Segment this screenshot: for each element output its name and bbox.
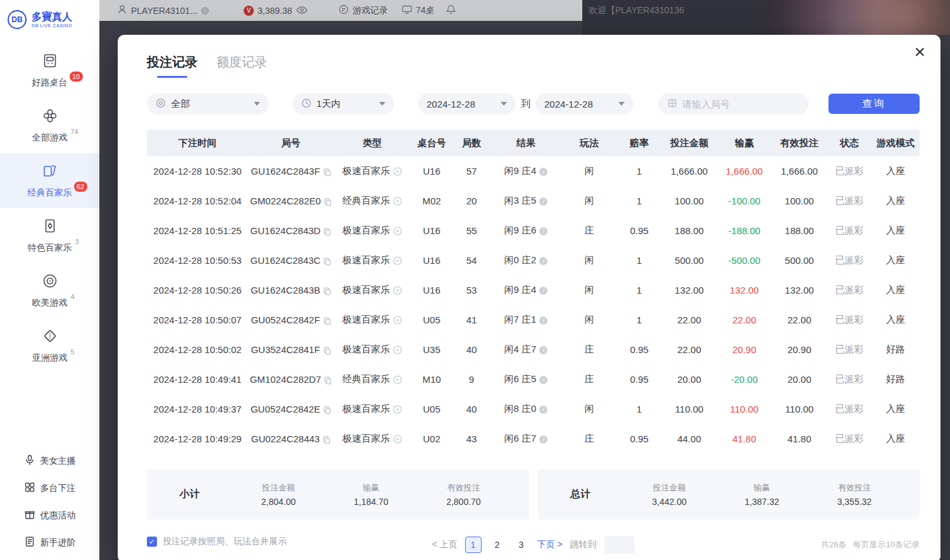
play-icon[interactable]: [393, 345, 402, 354]
play-icon[interactable]: [393, 286, 402, 295]
play-icon[interactable]: [393, 375, 402, 384]
table-row[interactable]: 2024-12-28 10:49:37 GU0524C2842E 极速百家乐 U…: [147, 394, 920, 424]
copy-icon[interactable]: [323, 258, 331, 266]
play-icon[interactable]: [393, 167, 402, 176]
play-icon[interactable]: [393, 316, 402, 325]
cell-round-no: 40: [453, 394, 491, 424]
close-icon[interactable]: ×: [914, 42, 925, 61]
date-range-to-label: 到: [521, 98, 530, 110]
cell-game-type: 极速百家乐: [334, 156, 411, 186]
play-icon[interactable]: [393, 405, 402, 414]
info-icon[interactable]: [539, 435, 547, 444]
info-icon[interactable]: [539, 168, 547, 176]
date-from-picker[interactable]: 2024-12-28: [418, 93, 516, 115]
copy-icon[interactable]: [324, 376, 332, 385]
prev-page-button[interactable]: < 上页: [432, 539, 457, 551]
cell-mode: 入座: [872, 424, 920, 454]
copy-icon[interactable]: [323, 287, 331, 296]
cell-status: 已派彩: [827, 186, 872, 216]
jump-page-input[interactable]: [604, 536, 635, 554]
cell-play: 庄: [561, 364, 617, 394]
cell-amount: 188.00: [661, 216, 717, 246]
cell-play: 庄: [561, 424, 617, 454]
merge-checkbox[interactable]: [147, 537, 157, 547]
info-icon[interactable]: [539, 287, 547, 295]
cell-table-no: M02: [411, 186, 453, 216]
info-icon[interactable]: [539, 406, 547, 414]
sidebar-item-asian-games[interactable]: 亚洲游戏5: [0, 318, 99, 373]
col-win: 输赢: [717, 130, 772, 156]
tab-bet-records[interactable]: 投注记录: [147, 54, 197, 78]
info-icon[interactable]: [539, 257, 547, 265]
sidebar-item-multi-table[interactable]: 多台下注: [0, 475, 99, 502]
page-button-1[interactable]: 1: [465, 537, 482, 553]
sidebar-item-live-hosts[interactable]: 美女主播: [0, 447, 99, 475]
info-icon[interactable]: [539, 316, 547, 325]
cell-valid: 100.00: [772, 186, 827, 216]
type-filter-dropdown[interactable]: 全部: [147, 93, 269, 115]
table-row[interactable]: 2024-12-28 10:52:04 GM0224C282E0 经典百家乐 M…: [147, 186, 920, 216]
copy-icon[interactable]: [323, 228, 331, 236]
sidebar-item-classic-baccarat[interactable]: 经典百家乐62: [0, 153, 99, 208]
page-button-2[interactable]: 2: [489, 537, 506, 553]
table-row[interactable]: 2024-12-28 10:50:02 GU3524C2841F 极速百家乐 U…: [147, 335, 920, 364]
copy-icon[interactable]: [323, 436, 330, 444]
sidebar-item-promotions[interactable]: 优惠活动: [0, 502, 99, 529]
round-search-input[interactable]: [682, 99, 800, 109]
cell-result: 闲3 庄5: [491, 186, 561, 216]
cell-status: 已派彩: [827, 216, 872, 246]
cell-result: 闲9 庄4: [491, 156, 561, 186]
item-count: 74: [71, 128, 78, 135]
copy-icon[interactable]: [323, 168, 331, 177]
page-button-3[interactable]: 3: [513, 537, 530, 553]
sidebar-item-label: 新手进阶: [41, 537, 76, 549]
copy-icon[interactable]: [323, 406, 331, 414]
cell-result: 闲9 庄4: [491, 275, 561, 305]
microphone-icon: [24, 454, 35, 468]
sidebar-item-beginner-guide[interactable]: 新手进阶: [0, 529, 99, 556]
query-button[interactable]: 查询: [828, 94, 920, 114]
info-icon[interactable]: [539, 227, 547, 235]
cell-bet-time: 2024-12-28 10:52:04: [147, 186, 248, 216]
cell-amount: 100.00: [661, 186, 717, 216]
cell-valid: 20.90: [772, 335, 827, 364]
cell-win: 132.00: [717, 275, 772, 305]
logo-circle-icon: DB: [8, 10, 27, 29]
cell-play: 闲: [561, 275, 617, 305]
table-row[interactable]: 2024-12-28 10:50:53 GU1624C2843C 极速百家乐 U…: [147, 246, 920, 275]
copy-icon[interactable]: [324, 198, 332, 206]
subtotal-win: 输赢 1,184.70: [354, 482, 389, 507]
table-row[interactable]: 2024-12-28 10:50:07 GU0524C2842F 极速百家乐 U…: [147, 305, 920, 335]
play-icon[interactable]: [393, 197, 402, 206]
sidebar-item-good-road-tables[interactable]: 好路桌台10: [0, 43, 99, 98]
info-icon[interactable]: [539, 376, 547, 384]
cell-result: 闲6 庄5: [491, 364, 561, 394]
sidebar-item-western-games[interactable]: 欧美游戏4: [0, 263, 99, 318]
table-row[interactable]: 2024-12-28 10:49:29 GU0224C28443 极速百家乐 U…: [147, 424, 920, 454]
next-page-button[interactable]: 下页 >: [537, 539, 563, 551]
brand-logo[interactable]: DB 多寶真人 DB LIVE CASINO: [0, 0, 99, 35]
table-row[interactable]: 2024-12-28 10:50:26 GU1624C2843B 极速百家乐 U…: [147, 275, 920, 305]
item-count: 4: [71, 293, 75, 301]
tab-credit-records[interactable]: 额度记录: [216, 54, 267, 78]
cell-round-id: GU0524C2842F: [248, 305, 334, 335]
per-page-label: 每页显示10条记录: [853, 539, 920, 551]
sidebar-item-all-games[interactable]: 全部游戏74: [0, 98, 99, 153]
info-icon[interactable]: [539, 197, 547, 206]
info-icon[interactable]: [539, 346, 547, 354]
cell-round-no: 41: [453, 305, 491, 335]
time-filter-dropdown[interactable]: 1天内: [292, 93, 394, 115]
table-row[interactable]: 2024-12-28 10:49:41 GM1024C282D7 经典百家乐 M…: [147, 364, 920, 394]
copy-icon[interactable]: [323, 317, 331, 325]
cell-round-no: 43: [453, 424, 491, 454]
copy-icon[interactable]: [323, 347, 331, 355]
play-icon[interactable]: [393, 256, 402, 265]
play-icon[interactable]: [393, 435, 402, 444]
table-row[interactable]: 2024-12-28 10:51:25 GU1624C2843D 极速百家乐 U…: [147, 216, 920, 246]
date-to-picker[interactable]: 2024-12-28: [535, 93, 634, 115]
brand-subtitle: DB LIVE CASINO: [32, 23, 72, 28]
table-row[interactable]: 2024-12-28 10:52:30 GU1624C2843F 极速百家乐 U…: [147, 156, 920, 186]
sidebar-item-special-baccarat[interactable]: 特色百家乐3: [0, 208, 99, 263]
col-amount: 投注金额: [661, 130, 717, 156]
play-icon[interactable]: [393, 227, 402, 235]
